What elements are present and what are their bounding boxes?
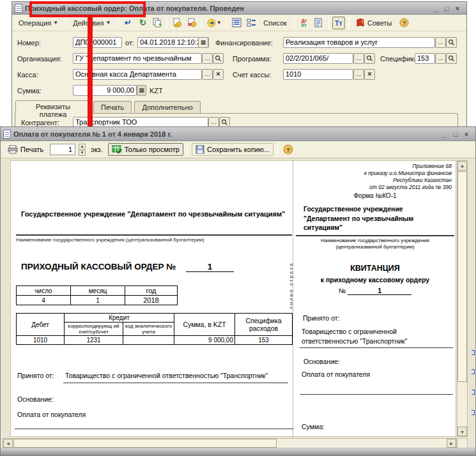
received-from-label: Принято от: (17, 372, 54, 379)
specifics-choose-button[interactable]: … (435, 53, 446, 64)
maximize-icon[interactable]: □ (443, 4, 450, 12)
vertical-scroll-thumb[interactable] (457, 171, 467, 382)
magnifier-icon (366, 55, 373, 62)
totals-icon: Тт (335, 19, 342, 27)
cashdesk-label: Касса: (17, 71, 38, 79)
scroll-up-icon[interactable]: ▲ (457, 161, 467, 171)
form-number: Форма №КО-1 (298, 192, 452, 199)
cashdesk-choose-button[interactable]: … (202, 69, 213, 80)
table-header-credit: Кредит (65, 314, 174, 323)
scroll-right-icon[interactable]: ► (447, 439, 456, 448)
section-marker (472, 350, 475, 355)
close-icon[interactable]: × (463, 130, 470, 138)
received-from-value: Товарищество с ограниченной ответственно… (65, 372, 290, 379)
save-arrow-icon: ↵ (125, 19, 132, 27)
receipt-basis-label: Основание: (303, 358, 340, 365)
appendix-line: к приказу и.о.Министра финансов (298, 170, 452, 177)
spin-down-icon[interactable]: ▼ (79, 150, 86, 156)
table-header-analytic-code: код аналитического учета (123, 323, 174, 336)
receipt-sum-label: Сумма: (302, 423, 325, 430)
financing-choose-button[interactable]: … (435, 37, 446, 48)
appendix-note: Приложение 68 к приказу и.о.Министра фин… (298, 163, 452, 191)
organization-open-button[interactable] (213, 53, 224, 64)
date-table-header: год (125, 286, 178, 296)
cashdesk-clear-button[interactable]: ✕ (213, 69, 224, 80)
receipt-basis-value: Оплата от покупателя (302, 370, 370, 378)
receipt-org-name: Государственное учреждение "Департамент … (303, 204, 441, 232)
sum-field[interactable]: 9 000,00 (73, 85, 137, 96)
list-view-button[interactable] (230, 17, 243, 29)
posting-result-button[interactable] (312, 17, 325, 29)
organization-choose-button[interactable]: … (202, 53, 213, 64)
account-label: Счет кассы: (233, 71, 272, 79)
maximize-icon[interactable]: □ (452, 130, 459, 138)
operation-menu[interactable]: Операция▼ (15, 17, 62, 29)
chevron-down-icon: ▼ (105, 20, 111, 26)
save-copy-icon (196, 145, 204, 154)
help-button[interactable]: ? (282, 143, 295, 156)
print-preview-toolbar: Печать 1 ▲ ▼ экз. Только просмотр Сохран… (1, 141, 475, 158)
table-header-spec: Специфика расходов (235, 314, 293, 336)
account-clear-button[interactable]: ✕ (364, 69, 375, 80)
table-header-corr-account: корреспондирующ ий счет/субсчет (65, 323, 123, 336)
program-open-button[interactable] (364, 53, 375, 64)
list-button[interactable]: Список (259, 17, 291, 29)
receipt-subtitle: к приходному кассовому ордеру (298, 276, 452, 284)
tab-print[interactable]: Печать (93, 101, 132, 114)
number-label: Номер: (17, 39, 41, 47)
number-field[interactable]: ДП00000001 (73, 37, 122, 48)
scroll-left-icon[interactable]: ◄ (3, 439, 13, 448)
program-choose-button[interactable]: … (353, 53, 364, 64)
specifics-label: Специфика: (380, 55, 420, 63)
specifics-field[interactable]: 153 (415, 53, 435, 64)
minimize-icon[interactable]: _ (432, 4, 440, 12)
spin-up-icon[interactable]: ▲ (79, 144, 86, 149)
view-only-toggle[interactable]: Только просмотр (108, 143, 183, 156)
financing-open-button[interactable] (446, 37, 457, 48)
totals-toggle-button[interactable]: Тт (332, 17, 345, 29)
magnifier-icon (215, 55, 222, 62)
date-table-cell: 2018 (125, 296, 178, 305)
post-document-button[interactable] (171, 17, 183, 29)
close-icon[interactable]: × (454, 4, 461, 12)
goto-button[interactable]: ▼ (205, 17, 223, 29)
account-choose-button[interactable]: … (353, 69, 364, 80)
horizontal-scrollbar[interactable]: ◄ ► (3, 438, 457, 448)
magnifier-icon (448, 39, 455, 46)
copies-input[interactable]: 1 (50, 144, 75, 155)
print-button[interactable]: Печать (4, 143, 47, 156)
structure-view-button[interactable] (245, 17, 257, 29)
tab-payment-details[interactable]: Реквизиты платежа (15, 100, 91, 114)
financing-field[interactable]: Реализация товаров и услуг (283, 37, 435, 48)
accounting-table: Дебет Кредит Сумма, в KZT Специфика расх… (16, 313, 293, 345)
save-button[interactable]: ↵ (121, 17, 134, 29)
vertical-scrollbar[interactable]: ▲ ▼ (457, 160, 468, 437)
help-button[interactable]: ? (397, 17, 410, 29)
posting-result-icon (314, 18, 323, 27)
order-heading-text: ПРИХОДНЫЙ КАССОВЫЙ ОРДЕР № (21, 262, 176, 271)
calendar-icon[interactable]: ▦ (198, 37, 208, 48)
appendix-line: Республики Казахстан (298, 177, 452, 184)
scroll-down-icon[interactable]: ▼ (457, 427, 467, 436)
program-field[interactable]: 02/2/201/065/ (283, 53, 353, 64)
refresh-button[interactable]: ↻ (136, 17, 149, 29)
print-preview-titlebar[interactable]: Оплата от покупателя № 1 от 4 января 201… (1, 127, 475, 141)
horizontal-scroll-thumb[interactable] (13, 439, 277, 448)
tips-button[interactable]: ? Советы (352, 16, 395, 29)
account-field[interactable]: 1010 (283, 69, 353, 80)
copies-stepper[interactable]: ▲ ▼ (79, 144, 86, 156)
caption-line: (централизованной бухгалтерии) (298, 244, 452, 250)
currency-label: KZT (150, 87, 163, 95)
tab-additional[interactable]: Дополнительно (134, 101, 201, 114)
calculator-icon[interactable]: ▦ (137, 85, 146, 96)
specifics-open-button[interactable] (446, 53, 457, 64)
magnifier-icon (448, 55, 455, 62)
minimize-icon[interactable]: _ (441, 130, 449, 138)
post-document-icon (173, 18, 182, 27)
dt-kt-button[interactable]: ДтКт (298, 17, 311, 29)
unpost-document-button[interactable] (185, 17, 198, 29)
receipt-number-value: 1 (348, 287, 411, 295)
copy-button[interactable]: + (151, 17, 164, 29)
print-preview-title: Оплата от покупателя № 1 от 4 января 201… (13, 130, 438, 138)
save-copy-button[interactable]: Сохранить копию... (192, 143, 273, 156)
